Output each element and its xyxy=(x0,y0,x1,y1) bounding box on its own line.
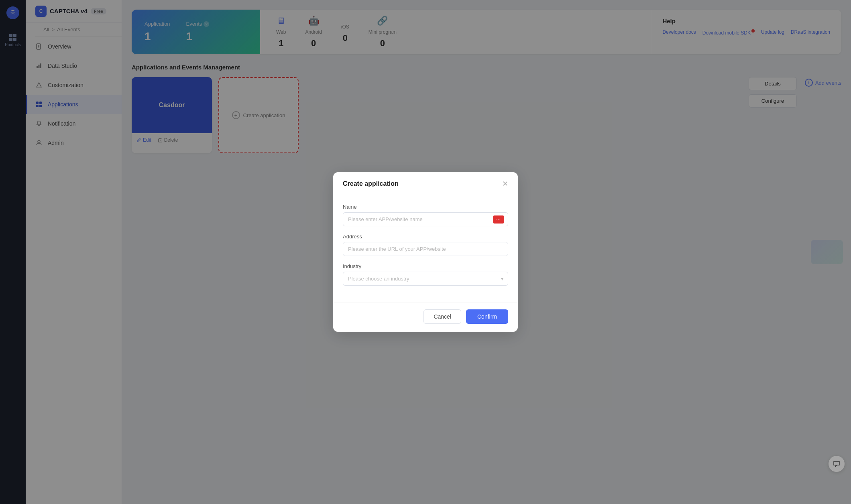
modal-body: Name ··· Address Industry Please choose … xyxy=(333,194,518,303)
modal-overlay[interactable]: Create application ✕ Name ··· Address In… xyxy=(0,0,851,504)
modal-title: Create application xyxy=(343,180,399,187)
name-input-wrap: ··· xyxy=(343,212,508,226)
name-label: Name xyxy=(343,204,508,210)
modal-header: Create application ✕ xyxy=(333,172,518,194)
name-input[interactable] xyxy=(343,212,508,226)
name-field-group: Name ··· xyxy=(343,204,508,226)
industry-select[interactable]: Please choose an industry Technology Fin… xyxy=(343,272,508,286)
confirm-button[interactable]: Confirm xyxy=(466,309,508,324)
name-error-icon: ··· xyxy=(493,215,504,224)
modal-footer: Cancel Confirm xyxy=(333,303,518,332)
industry-field-group: Industry Please choose an industry Techn… xyxy=(343,263,508,286)
address-field-group: Address xyxy=(343,234,508,256)
address-input[interactable] xyxy=(343,242,508,256)
close-icon[interactable]: ✕ xyxy=(502,180,508,187)
cancel-button[interactable]: Cancel xyxy=(423,309,461,324)
create-application-modal: Create application ✕ Name ··· Address In… xyxy=(333,172,518,332)
address-label: Address xyxy=(343,234,508,240)
industry-label: Industry xyxy=(343,263,508,269)
industry-select-wrap: Please choose an industry Technology Fin… xyxy=(343,272,508,286)
